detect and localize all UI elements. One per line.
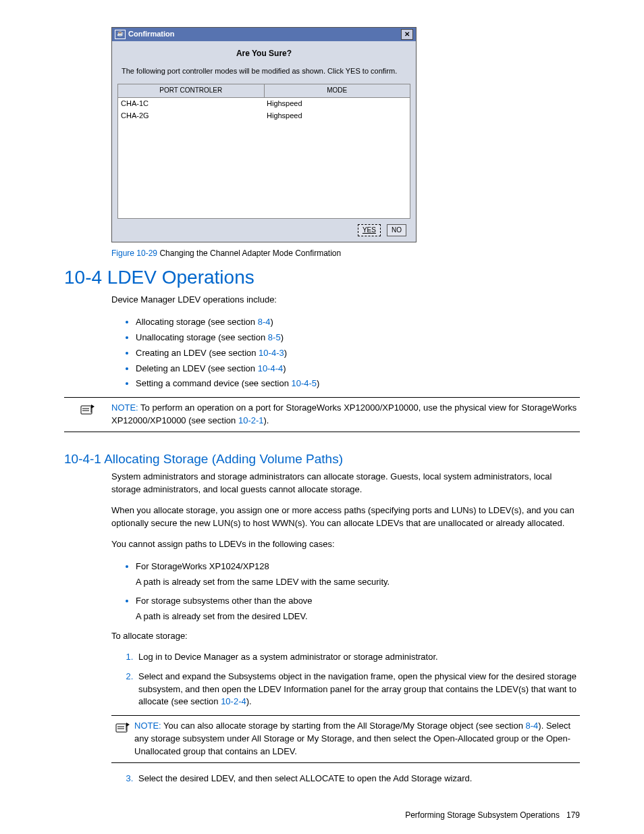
note-icon (80, 403, 96, 417)
col-port-controller: PORT CONTROLER (118, 84, 265, 98)
xref-link[interactable]: 10-2-4 (221, 696, 246, 706)
figure-number: Figure 10-29 (111, 249, 157, 258)
note-label: NOTE: (111, 402, 138, 413)
xref-link[interactable]: 8-5 (268, 332, 281, 342)
cell-mode: Highspeed (264, 97, 410, 109)
xref-link[interactable]: 8-4 (526, 721, 539, 731)
list-item: For storage subsystems other than the ab… (136, 594, 580, 623)
port-controller-table: PORT CONTROLER MODE CHA-1C Highspeed CHA… (117, 84, 410, 218)
page-footer: Performing Storage Subsystem Operations … (64, 810, 580, 821)
cell-mode: Highspeed (264, 110, 410, 122)
list-item: For StorageWorks XP1024/XP128 A path is … (136, 559, 580, 589)
note-icon (115, 721, 131, 735)
list-item: Deleting an LDEV (see section 10-4-4) (136, 361, 580, 375)
paragraph: To allocate storage: (111, 630, 580, 643)
table-row: CHA-1C Highspeed (118, 97, 410, 109)
step-item: Log in to Device Manager as a system adm… (136, 651, 580, 664)
list-item: Setting a command device (see section 10… (136, 376, 580, 390)
operations-list: Allocating storage (see section 8-4) Una… (111, 315, 580, 390)
svg-rect-4 (116, 724, 127, 732)
table-row: CHA-2G Highspeed (118, 110, 410, 122)
xref-link[interactable]: 10-4-5 (292, 378, 317, 388)
close-icon[interactable]: ✕ (401, 29, 413, 40)
page-number: 179 (566, 810, 580, 820)
no-button[interactable]: NO (387, 224, 406, 237)
paragraph: You cannot assign paths to LDEVs in the … (111, 538, 580, 551)
cases-list: For StorageWorks XP1024/XP128 A path is … (111, 559, 580, 623)
col-mode: MODE (264, 84, 410, 98)
dialog-titlebar: ☕ Confirmation ✕ (112, 28, 416, 41)
section-heading: 10-4 LDEV Operations (64, 264, 580, 292)
step-item: Select and expand the Subsystems object … (136, 671, 580, 709)
cell-controller: CHA-2G (118, 110, 265, 122)
xref-link[interactable]: 8-4 (258, 317, 271, 327)
dialog-title: Confirmation (128, 29, 174, 40)
intro-text: Device Manager LDEV operations include: (111, 294, 580, 307)
list-item: Creating an LDEV (see section 10-4-3) (136, 346, 580, 360)
cell-controller: CHA-1C (118, 97, 265, 109)
list-item: Allocating storage (see section 8-4) (136, 315, 580, 329)
steps-list: Log in to Device Manager as a system adm… (111, 651, 580, 708)
confirmation-dialog: ☕ Confirmation ✕ Are You Sure? The follo… (111, 27, 417, 242)
xref-link[interactable]: 10-4-3 (259, 348, 284, 358)
dialog-app-icon: ☕ (115, 30, 126, 39)
xref-link[interactable]: 10-2-1 (238, 415, 264, 425)
step-item: Select the desired LDEV, and then select… (136, 773, 580, 785)
dialog-heading: Are You Sure? (117, 45, 410, 66)
paragraph: When you allocate storage, you assign on… (111, 504, 580, 530)
svg-rect-0 (81, 406, 92, 414)
dialog-message: The following port controller modes will… (117, 66, 410, 84)
note-block: NOTE: You can also allocate storage by s… (111, 715, 580, 763)
subsection-heading: 10-4-1 Allocating Storage (Adding Volume… (64, 450, 580, 469)
figure-caption: Figure 10-29 Changing the Channel Adapte… (111, 248, 580, 259)
steps-list-cont: Select the desired LDEV, and then select… (111, 773, 580, 785)
xref-link[interactable]: 10-4-4 (258, 363, 284, 373)
note-block: NOTE: To perform an operation on a port … (64, 397, 580, 432)
list-item: Unallocating storage (see section 8-5) (136, 330, 580, 344)
paragraph: System administrators and storage admini… (111, 471, 580, 496)
note-label: NOTE: (134, 721, 161, 731)
yes-button[interactable]: YES (358, 224, 381, 237)
